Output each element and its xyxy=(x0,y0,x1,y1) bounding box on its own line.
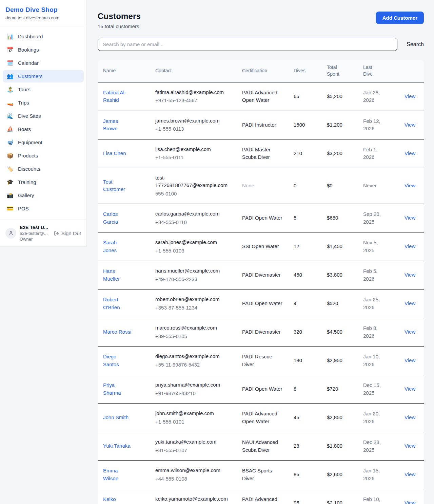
sidebar-item-pos[interactable]: 💳 POS xyxy=(3,202,84,215)
customer-name-link[interactable]: Carlos Garcia xyxy=(103,211,118,225)
view-customer-link[interactable]: View xyxy=(405,471,415,477)
customer-name-link[interactable]: John Smith xyxy=(103,414,129,420)
customer-name-link[interactable]: Priya Sharma xyxy=(103,382,121,396)
user-role: Owner xyxy=(20,237,51,242)
customer-total-spent: $2,950 xyxy=(321,347,358,375)
sidebar-item-label: Tours xyxy=(18,87,31,92)
search-button[interactable]: Search xyxy=(407,41,424,48)
main-content: Customers 15 total customers Add Custome… xyxy=(87,0,434,504)
customer-dives: 320 xyxy=(288,318,321,347)
sidebar-item-training[interactable]: 🎓 Training xyxy=(3,176,84,188)
customer-name-link[interactable]: Yuki Tanaka xyxy=(103,443,131,449)
sidebar-item-boats[interactable]: ⛵ Boats xyxy=(3,123,84,135)
sidebar-item-customers[interactable]: 👥 Customers xyxy=(3,70,84,82)
customer-certification: PADI Open Water xyxy=(237,375,288,404)
search-input[interactable] xyxy=(98,38,397,51)
table-row: Diego Santos diego.santos@example.com +5… xyxy=(98,347,424,375)
customer-name-link[interactable]: Keiko Yamamoto xyxy=(103,496,127,504)
customer-email: john.smith@example.com xyxy=(155,410,231,417)
customer-last-dive: Jan 28, 2026 xyxy=(358,82,394,111)
sidebar-item-gallery[interactable]: 📸 Gallery xyxy=(3,189,84,202)
customer-total-spent: $2,850 xyxy=(321,404,358,432)
customer-name-link[interactable]: Fatima Al-Rashid xyxy=(103,90,126,103)
add-customer-button[interactable]: Add Customer xyxy=(376,12,424,24)
table-body: Fatima Al-Rashid fatima.alrashid@example… xyxy=(98,82,424,504)
customer-name-link[interactable]: Marco Rossi xyxy=(103,329,131,335)
sidebar-item-bookings[interactable]: 📅 Bookings xyxy=(3,43,84,56)
sidebar: Demo Dive Shop demo.test.divestreams.com… xyxy=(0,0,87,247)
customer-total-spent: $520 xyxy=(321,290,358,318)
view-customer-link[interactable]: View xyxy=(405,386,415,392)
customer-email: diego.santos@example.com xyxy=(155,353,231,360)
view-customer-link[interactable]: View xyxy=(405,357,415,363)
customer-name-link[interactable]: Robert O'Brien xyxy=(103,297,120,310)
customer-certification: PADI Advanced Open Water xyxy=(237,489,288,504)
customer-certification: PADI Advanced Open Water xyxy=(237,404,288,432)
sidebar-item-dashboard[interactable]: 📊 Dashboard xyxy=(3,30,84,43)
view-customer-link[interactable]: View xyxy=(405,93,415,99)
view-customer-link[interactable]: View xyxy=(405,183,415,188)
customer-phone: +49-170-555-2233 xyxy=(155,276,231,283)
sidebar-item-label: Customers xyxy=(18,73,43,79)
customer-last-dive: Feb 1, 2026 xyxy=(358,139,394,168)
table-row: Yuki Tanaka yuki.tanaka@example.com +81-… xyxy=(98,432,424,461)
customer-name-link[interactable]: Hans Mueller xyxy=(103,268,120,282)
view-customer-link[interactable]: View xyxy=(405,150,415,156)
app-root: Demo Dive Shop demo.test.divestreams.com… xyxy=(0,0,434,504)
view-customer-link[interactable]: View xyxy=(405,443,415,449)
customer-email: james.brown@example.com xyxy=(155,117,231,125)
customer-certification: NAUI Advanced Scuba Diver xyxy=(237,432,288,461)
customer-phone: +91-98765-43210 xyxy=(155,390,231,397)
view-customer-link[interactable]: View xyxy=(405,500,415,504)
sign-out-button[interactable]: Sign Out xyxy=(54,230,81,236)
sign-out-label: Sign Out xyxy=(61,230,81,236)
customer-count: 15 total customers xyxy=(98,23,141,29)
sidebar-item-calendar[interactable]: 🗓️ Calendar xyxy=(3,57,84,69)
view-customer-link[interactable]: View xyxy=(405,414,415,420)
customer-name-link[interactable]: Diego Santos xyxy=(103,354,119,367)
customer-dives: 65 xyxy=(288,82,321,111)
customer-name-link[interactable]: Emma Wilson xyxy=(103,468,118,481)
customer-dives: 4 xyxy=(288,290,321,318)
page-header: Customers 15 total customers Add Custome… xyxy=(98,12,424,29)
view-customer-link[interactable]: View xyxy=(405,243,415,249)
customer-total-spent: $4,500 xyxy=(321,318,358,347)
view-customer-link[interactable]: View xyxy=(405,272,415,278)
customer-certification: BSAC Sports Diver xyxy=(237,461,288,489)
sidebar-item-discounts[interactable]: 🏷️ Discounts xyxy=(3,163,84,175)
user-meta: E2E Test U... e2e-tester@... Owner xyxy=(20,225,51,242)
customer-email: hans.mueller@example.com xyxy=(155,267,231,275)
sidebar-item-label: Gallery xyxy=(18,192,34,198)
customer-name-link[interactable]: Sarah Jones xyxy=(103,240,117,253)
sidebar-item-label: Training xyxy=(18,179,36,185)
customer-total-spent: $680 xyxy=(321,204,358,232)
sidebar-item-tours[interactable]: 🏝️ Tours xyxy=(3,83,84,96)
search-row: Search xyxy=(98,38,424,51)
sidebar-item-products[interactable]: 📦 Products xyxy=(3,149,84,162)
customer-name-link[interactable]: Test Customer xyxy=(103,179,125,192)
page-title: Customers xyxy=(98,12,141,21)
sidebar-item-dive-sites[interactable]: 🌊 Dive Sites xyxy=(3,110,84,122)
customer-phone: +1-555-0113 xyxy=(155,125,231,133)
customer-last-dive: Feb 8, 2026 xyxy=(358,318,394,347)
column-header: Last Dive xyxy=(358,60,394,82)
sidebar-item-label: Bookings xyxy=(18,47,39,53)
customer-last-dive: Jan 25, 2026 xyxy=(358,290,394,318)
sidebar-item-equipment[interactable]: 🤿 Equipment xyxy=(3,136,84,149)
table-header-row: NameContactCertificationDivesTotal Spent… xyxy=(98,60,424,82)
view-customer-link[interactable]: View xyxy=(405,329,415,335)
tours-icon: 🏝️ xyxy=(7,87,14,92)
view-customer-link[interactable]: View xyxy=(405,122,415,128)
sidebar-item-label: Trips xyxy=(18,100,29,106)
view-customer-link[interactable]: View xyxy=(405,300,415,306)
sidebar-item-trips[interactable]: 🚤 Trips xyxy=(3,96,84,109)
table-row: James Brown james.brown@example.com +1-5… xyxy=(98,111,424,139)
customer-phone: +353-87-555-1234 xyxy=(155,304,231,312)
customer-name-link[interactable]: Lisa Chen xyxy=(103,150,126,156)
customer-last-dive: Jan 15, 2026 xyxy=(358,461,394,489)
customer-email: carlos.garcia@example.com xyxy=(155,210,231,218)
customer-certification: PADI Master Scuba Diver xyxy=(237,139,288,168)
view-customer-link[interactable]: View xyxy=(405,215,415,221)
shop-title: Demo Dive Shop xyxy=(5,6,81,14)
customer-name-link[interactable]: James Brown xyxy=(103,118,118,132)
